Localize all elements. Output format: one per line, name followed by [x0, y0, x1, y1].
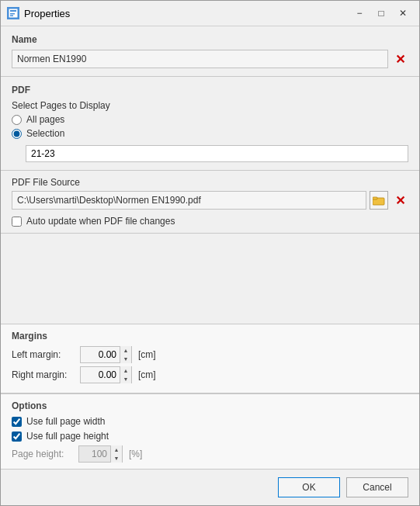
full-page-width-label[interactable]: Use full page width: [26, 416, 105, 427]
window-icon: [7, 7, 19, 19]
full-page-height-checkbox[interactable]: [12, 431, 22, 442]
dialog-content: Name ✕ PDF Select Pages to Display All p…: [1, 26, 419, 505]
cancel-button[interactable]: Cancel: [346, 477, 408, 497]
radio-all-pages-label: All pages: [26, 114, 64, 125]
properties-dialog: Properties − □ ✕ Name ✕ PDF Select Pages…: [0, 0, 420, 506]
auto-update-row: Auto update when PDF file changes: [12, 216, 408, 227]
left-margin-label: Left margin:: [12, 349, 74, 360]
right-margin-input[interactable]: [81, 367, 120, 383]
right-margin-input-group: ▲ ▼: [80, 366, 132, 383]
left-margin-up[interactable]: ▲: [120, 346, 131, 355]
left-margin-spinner: ▲ ▼: [120, 346, 131, 363]
page-height-spinner: ▲ ▼: [110, 445, 122, 463]
name-label: Name: [12, 34, 408, 45]
close-button[interactable]: ✕: [393, 5, 413, 21]
pdf-label: PDF: [12, 85, 408, 95]
window-controls: − □ ✕: [349, 5, 413, 21]
name-row: ✕: [12, 50, 408, 68]
full-page-width-row: Use full page width: [12, 416, 408, 427]
minimize-button[interactable]: −: [349, 5, 370, 21]
auto-update-checkbox[interactable]: [12, 217, 22, 227]
auto-update-label[interactable]: Auto update when PDF file changes: [26, 216, 175, 227]
full-page-height-label[interactable]: Use full page height: [26, 431, 109, 442]
radio-all-pages[interactable]: All pages: [12, 114, 408, 125]
right-margin-row: Right margin: ▲ ▼ [cm]: [12, 366, 408, 383]
page-height-row: Page height: ▲ ▼ [%]: [12, 445, 408, 463]
selection-pages-input[interactable]: [26, 145, 408, 162]
name-section: Name ✕: [1, 26, 419, 76]
margins-label: Margins: [12, 331, 408, 341]
options-section: Options Use full page width Use full pag…: [1, 393, 419, 469]
radio-selection-input[interactable]: [12, 129, 22, 139]
radio-all-pages-input[interactable]: [12, 115, 22, 125]
left-margin-input-group: ▲ ▼: [80, 346, 132, 363]
left-margin-down[interactable]: ▼: [120, 355, 131, 363]
pdf-source-section: PDF File Source ✕ Auto update when PDF f…: [1, 171, 419, 233]
pdf-path-input[interactable]: [12, 191, 366, 210]
radio-group: All pages Selection: [12, 114, 408, 139]
radio-selection[interactable]: Selection: [12, 128, 408, 139]
options-label: Options: [12, 400, 408, 411]
ok-button[interactable]: OK: [278, 477, 340, 497]
name-input[interactable]: [12, 50, 388, 68]
select-pages-label: Select Pages to Display: [12, 100, 408, 111]
right-margin-label: Right margin:: [12, 369, 74, 380]
button-row: OK Cancel: [1, 469, 419, 505]
pdf-section: PDF Select Pages to Display All pages Se…: [1, 77, 419, 170]
right-margin-up[interactable]: ▲: [120, 366, 131, 375]
left-margin-row: Left margin: ▲ ▼ [cm]: [12, 346, 408, 363]
page-height-down[interactable]: ▼: [111, 454, 122, 463]
svg-rect-5: [373, 197, 377, 199]
page-height-unit: [%]: [129, 449, 142, 459]
pdf-source-row: ✕: [12, 191, 408, 210]
right-margin-spinner: ▲ ▼: [120, 366, 131, 383]
full-page-width-checkbox[interactable]: [12, 417, 22, 427]
page-height-up[interactable]: ▲: [111, 445, 122, 454]
browse-folder-button[interactable]: [370, 191, 388, 210]
radio-selection-label: Selection: [26, 128, 64, 139]
window-title: Properties: [24, 8, 345, 19]
full-page-height-row: Use full page height: [12, 431, 408, 442]
svg-rect-2: [10, 13, 15, 15]
title-bar: Properties − □ ✕: [1, 1, 419, 26]
page-height-input-group: ▲ ▼: [78, 445, 123, 463]
svg-rect-1: [10, 10, 16, 12]
left-margin-input[interactable]: [81, 347, 120, 362]
right-margin-down[interactable]: ▼: [120, 375, 131, 383]
svg-rect-3: [10, 16, 13, 17]
name-clear-button[interactable]: ✕: [391, 50, 408, 68]
pdf-source-clear-button[interactable]: ✕: [391, 192, 408, 209]
page-height-input[interactable]: [79, 446, 110, 462]
pdf-source-label: PDF File Source: [12, 177, 408, 188]
margins-section: Margins Left margin: ▲ ▼ [cm] Right marg…: [1, 324, 419, 393]
left-margin-unit: [cm]: [138, 349, 156, 360]
maximize-button[interactable]: □: [371, 5, 391, 21]
page-height-label: Page height:: [12, 449, 72, 459]
right-margin-unit: [cm]: [138, 369, 156, 380]
spacer: [1, 233, 419, 324]
